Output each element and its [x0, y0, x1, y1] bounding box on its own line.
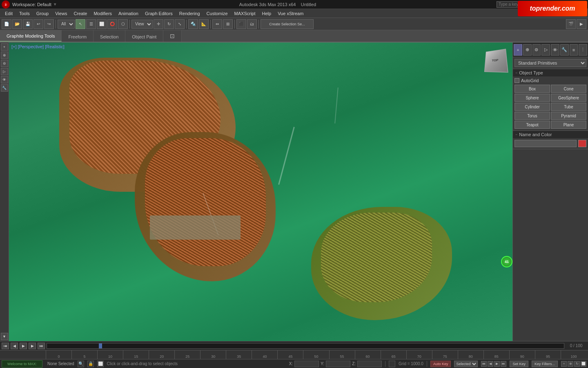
set-key-button[interactable]: Set Key — [510, 361, 528, 367]
status-icon-2[interactable]: 🔒 — [87, 361, 94, 367]
tab-more[interactable]: ⊡ — [163, 30, 182, 42]
status-icon-3[interactable]: ⬜ — [97, 361, 104, 367]
prev-btn[interactable]: ◀ — [488, 361, 493, 367]
category-dropdown[interactable]: Standard Primitives — [514, 59, 586, 67]
tab-freeform[interactable]: Freeform — [62, 30, 94, 42]
save-button[interactable]: 💾 — [23, 19, 33, 29]
new-button[interactable]: 📄 — [2, 19, 11, 29]
modify-tool[interactable]: ⊕ — [1, 52, 8, 59]
sphere-button[interactable]: Sphere — [514, 94, 550, 102]
menu-help[interactable]: Help — [259, 10, 275, 17]
view-dropdown[interactable]: View — [131, 20, 153, 29]
mirror-button[interactable]: ⇔ — [212, 19, 222, 29]
menu-maxscript[interactable]: MAXScript — [231, 10, 259, 17]
menu-group[interactable]: Group — [33, 10, 52, 17]
auto-key-button[interactable]: Auto Key — [430, 361, 451, 367]
snap-toggle[interactable]: 🔩 — [188, 19, 198, 29]
move-button[interactable]: ✛ — [154, 19, 163, 29]
tab-object-paint[interactable]: Object Paint — [125, 30, 163, 42]
tab-selection[interactable]: Selection — [94, 30, 125, 42]
scene-explorer[interactable]: 🗂 — [247, 19, 257, 29]
pyramid-button[interactable]: Pyramid — [551, 112, 586, 120]
timeline-cursor[interactable] — [99, 343, 102, 348]
viewport-labels[interactable]: [+] [Perspective] [Realistic] — [11, 44, 65, 49]
menu-rendering[interactable]: Rendering — [176, 10, 203, 17]
workspace-label[interactable]: Workspace: Default — [12, 2, 51, 7]
hierarchy-tool[interactable]: ⊜ — [1, 60, 8, 67]
play-prev-btn[interactable]: ⏮ — [2, 343, 9, 349]
menu-customize[interactable]: Customize — [203, 10, 231, 17]
utilities-tool[interactable]: 🔧 — [1, 84, 8, 92]
scale-button[interactable]: ⤡ — [175, 19, 185, 29]
maximize-vp-btn[interactable]: ⬜ — [581, 361, 586, 367]
layer-manager[interactable]: ⬛ — [236, 19, 246, 29]
cone-button[interactable]: Cone — [551, 85, 586, 93]
menu-vue-xstream[interactable]: Vue xStream — [274, 10, 307, 17]
zoom-btn[interactable]: + — [561, 361, 567, 367]
redo-button[interactable]: ↪ — [44, 19, 54, 29]
filter-dropdown[interactable]: All — [58, 20, 75, 29]
geosphere-button[interactable]: GeoSphere — [551, 94, 586, 102]
object-type-header[interactable]: − Object Type — [513, 69, 588, 76]
menu-create[interactable]: Create — [70, 10, 90, 17]
select-button[interactable]: ↖ — [76, 19, 85, 29]
fence-select-button[interactable]: ⬡ — [118, 19, 128, 29]
rotate-button[interactable]: ↻ — [164, 19, 174, 29]
next-frame-btn[interactable]: ▶ — [29, 343, 36, 349]
play-next-btn[interactable]: ⏭ — [38, 343, 45, 349]
open-button[interactable]: 📂 — [12, 19, 22, 29]
autogrid-checkbox[interactable] — [514, 78, 519, 83]
align-button[interactable]: ⊞ — [223, 19, 233, 29]
viewport[interactable]: [+] [Perspective] [Realistic] TOP 41 — [9, 43, 512, 341]
motion-panel-btn[interactable]: ▷ — [541, 44, 550, 56]
angle-snap[interactable]: 📐 — [199, 19, 209, 29]
hierarchy-panel-btn[interactable]: ⊜ — [532, 44, 541, 56]
extra-panel-btn[interactable]: ≡ — [570, 44, 578, 56]
teapot-button[interactable]: Teapot — [514, 121, 550, 129]
menu-tools[interactable]: Tools — [16, 10, 33, 17]
lock-icon[interactable] — [389, 361, 395, 367]
extra2-panel-btn[interactable]: ⋮ — [579, 44, 587, 56]
x-coord-input[interactable] — [294, 361, 319, 367]
prev-frame-btn[interactable]: ◀ — [11, 343, 18, 349]
next-btn[interactable]: ▶ — [494, 361, 500, 367]
create-tool[interactable]: + — [1, 43, 8, 51]
select-by-name-button[interactable]: ☰ — [86, 19, 96, 29]
display-tool[interactable]: 👁 — [1, 76, 8, 83]
tube-button[interactable]: Tube — [551, 103, 586, 111]
undo-button[interactable]: ↩ — [33, 19, 43, 29]
circle-select-button[interactable]: ⭕ — [107, 19, 117, 29]
timeline-track[interactable] — [47, 343, 564, 349]
pan-btn[interactable]: ⊕ — [568, 361, 573, 367]
cylinder-button[interactable]: Cylinder — [514, 103, 550, 111]
modify-panel-btn[interactable]: ⊕ — [523, 44, 532, 56]
object-name-input[interactable] — [514, 140, 577, 147]
create-selection-btn[interactable]: Create Selection Se... — [261, 19, 314, 29]
rect-select-button[interactable]: ⬜ — [97, 19, 107, 29]
plane-button[interactable]: Plane — [551, 121, 586, 129]
menu-graph-editors[interactable]: Graph Editors — [142, 10, 176, 17]
viewport-nav-cube[interactable]: TOP — [484, 49, 508, 72]
y-coord-input[interactable] — [326, 361, 350, 367]
next-key-btn[interactable]: ⏭ — [501, 361, 506, 367]
create-panel-btn[interactable]: + — [514, 44, 522, 56]
render-setup[interactable]: 🎬 — [566, 19, 576, 29]
orbit-btn[interactable]: ↻ — [574, 361, 580, 367]
play-btn[interactable]: ▶ — [20, 343, 27, 349]
torus-button[interactable]: Torus — [514, 112, 550, 120]
box-button[interactable]: Box — [514, 85, 550, 93]
tab-graphite[interactable]: Graphite Modeling Tools — [0, 30, 62, 42]
menu-modifiers[interactable]: Modifiers — [90, 10, 115, 17]
color-swatch[interactable] — [578, 140, 586, 147]
name-color-header[interactable]: − Name and Color — [513, 131, 588, 138]
selected-dropdown[interactable]: Selected — [454, 361, 478, 367]
status-icon-1[interactable]: 🔍 — [78, 361, 84, 367]
display-panel-btn[interactable]: 👁 — [551, 44, 559, 56]
motion-tool[interactable]: ▷ — [1, 68, 8, 75]
pan-down-btn[interactable]: ▼ — [1, 333, 8, 340]
menu-views[interactable]: Views — [52, 10, 70, 17]
utilities-panel-btn[interactable]: 🔧 — [560, 44, 569, 56]
menu-edit[interactable]: Edit — [2, 10, 16, 17]
quick-render[interactable]: ▶ — [577, 19, 586, 29]
prev-key-btn[interactable]: ⏮ — [481, 361, 487, 367]
